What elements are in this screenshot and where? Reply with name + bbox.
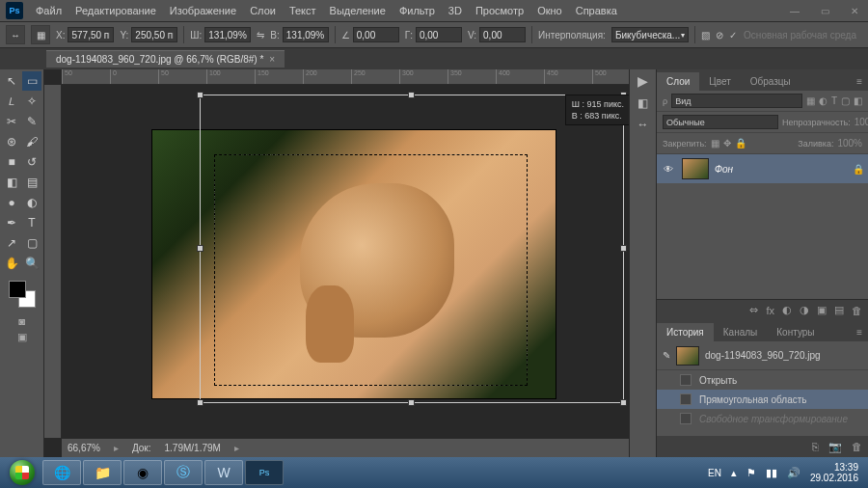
new-layer-icon[interactable]: ▤ (834, 304, 844, 316)
vskew-input[interactable] (479, 27, 526, 42)
menu-edit[interactable]: Редактирование (68, 5, 163, 16)
actions-play-icon[interactable]: ▶ (637, 73, 648, 89)
transform-handle-mr[interactable] (620, 245, 627, 252)
tab-paths[interactable]: Контуры (767, 323, 824, 341)
tool-hand[interactable]: ✋ (2, 254, 21, 273)
transform-handle-tl[interactable] (197, 92, 203, 98)
layer-group-icon[interactable]: ▣ (817, 304, 827, 316)
tray-flag-icon[interactable]: ⚑ (746, 467, 756, 479)
tab-color[interactable]: Цвет (699, 72, 740, 91)
tool-lasso[interactable]: 𝘓 (2, 92, 21, 111)
delete-layer-icon[interactable]: 🗑 (852, 305, 862, 316)
tool-eyedropper[interactable]: ✎ (22, 112, 41, 131)
status-menu-icon[interactable]: ▸ (234, 443, 239, 453)
tool-blur[interactable]: ● (2, 193, 21, 212)
menu-layers[interactable]: Слои (243, 5, 283, 16)
menu-file[interactable]: Файл (29, 5, 68, 16)
layer-fx-icon[interactable]: fx (766, 305, 774, 316)
window-restore-icon[interactable]: ▭ (821, 6, 829, 16)
transform-handle-tm[interactable] (408, 92, 415, 98)
warp-icon[interactable]: ▧ (701, 30, 710, 41)
h-input[interactable] (283, 27, 329, 42)
canvas[interactable]: Ш : 915 пикс. В : 683 пикс. (62, 85, 629, 438)
link-layers-icon[interactable]: ⇔ (749, 304, 758, 316)
filter-text-icon[interactable]: T (831, 95, 837, 106)
taskbar-word[interactable]: W (204, 460, 243, 485)
menu-help[interactable]: Справка (569, 5, 624, 16)
taskbar-skype[interactable]: Ⓢ (164, 460, 203, 485)
history-item[interactable]: Свободное трансформирование (657, 409, 868, 428)
lock-pixels-icon[interactable]: ▦ (711, 138, 719, 149)
selection-marquee[interactable] (214, 154, 528, 386)
link-wh-icon[interactable]: ⇋ (257, 30, 264, 41)
taskbar-photoshop[interactable]: Ps (245, 460, 284, 485)
tool-zoom[interactable]: 🔍 (22, 254, 41, 273)
window-close-icon[interactable]: ✕ (851, 6, 858, 16)
tray-volume-icon[interactable]: 🔊 (787, 467, 800, 479)
tool-pen[interactable]: ✒ (2, 213, 21, 232)
commit-transform-icon[interactable]: ✓ (729, 30, 737, 41)
color-swatches[interactable] (0, 281, 43, 308)
transform-tool-icon[interactable]: ↔ (6, 25, 25, 44)
w-input[interactable] (204, 27, 251, 42)
tool-shape[interactable]: ▢ (22, 233, 41, 253)
menu-image[interactable]: Изображение (163, 5, 243, 16)
tool-text[interactable]: T (22, 213, 41, 232)
tool-stamp[interactable]: ■ (2, 152, 21, 172)
workspace-label[interactable]: Основная рабочая среда (744, 30, 862, 41)
tray-up-icon[interactable]: ▴ (731, 467, 737, 479)
document-tab[interactable]: dog-1194083_960_720.jpg @ 66,7% (RGB/8#)… (46, 50, 285, 68)
history-item[interactable]: Прямоугольная область (657, 390, 868, 409)
filter-adjust-icon[interactable]: ◐ (819, 95, 827, 106)
menu-filter[interactable]: Фильтр (393, 5, 442, 16)
taskbar-ie[interactable]: 🌐 (42, 460, 81, 485)
tab-swatches[interactable]: Образцы (741, 72, 800, 91)
fill-value[interactable]: 100% (837, 138, 862, 149)
tool-heal[interactable]: ⊛ (2, 132, 21, 151)
cancel-transform-icon[interactable]: ⊘ (716, 30, 723, 41)
tool-brush[interactable]: 🖌 (22, 132, 41, 151)
adjustment-layer-icon[interactable]: ◑ (800, 304, 809, 316)
tab-history[interactable]: История (657, 323, 714, 341)
taskbar-chrome[interactable]: ◉ (123, 460, 162, 485)
menu-window[interactable]: Окно (530, 5, 569, 16)
panel-strip-icon-2[interactable]: ↔ (637, 118, 649, 131)
blend-mode-dropdown[interactable] (663, 115, 778, 129)
layer-visibility-icon[interactable]: 👁 (661, 164, 676, 175)
interpolation-dropdown[interactable]: Бикубическа... (611, 27, 689, 42)
hskew-input[interactable] (416, 27, 462, 42)
x-input[interactable] (68, 27, 114, 42)
y-input[interactable] (131, 27, 177, 42)
lock-position-icon[interactable]: ✥ (723, 138, 731, 149)
transform-handle-ml[interactable] (197, 245, 203, 252)
vertical-ruler[interactable] (44, 85, 62, 438)
window-minimize-icon[interactable]: — (790, 6, 800, 16)
quickmask-icon[interactable]: ◙ (18, 315, 25, 327)
tool-gradient[interactable]: ▤ (22, 173, 41, 192)
history-new-doc-icon[interactable]: ⎘ (812, 441, 819, 452)
menu-view[interactable]: Просмотр (469, 5, 530, 16)
layer-row[interactable]: 👁 Фон 🔒 (657, 154, 868, 183)
tool-eraser[interactable]: ◧ (2, 173, 21, 192)
transform-handle-bm[interactable] (408, 399, 415, 406)
tool-dodge[interactable]: ◐ (22, 193, 41, 212)
tool-magic-wand[interactable]: ✧ (22, 92, 41, 111)
filter-pixel-icon[interactable]: ▦ (806, 95, 815, 106)
layers-panel-menu-icon[interactable]: ≡ (851, 72, 868, 91)
history-brush-source-icon[interactable]: ✎ (663, 350, 670, 361)
history-snapshot-icon[interactable]: 📷 (828, 441, 842, 453)
menu-3d[interactable]: 3D (442, 5, 469, 16)
zoom-arrow-icon[interactable]: ▸ (114, 443, 119, 453)
tray-lang[interactable]: EN (708, 468, 721, 478)
lock-all-icon[interactable]: 🔒 (735, 138, 746, 149)
layer-name[interactable]: Фон (715, 164, 853, 175)
horizontal-ruler[interactable]: 5005010015020025030035040045050055060065… (62, 69, 629, 85)
layer-filter-dropdown[interactable] (671, 94, 802, 108)
reference-point-icon[interactable]: ▦ (31, 25, 50, 44)
panel-strip-icon-1[interactable]: ◧ (637, 96, 648, 110)
tray-clock[interactable]: 13:39 29.02.2016 (810, 462, 858, 483)
opacity-value[interactable]: 100% (854, 117, 868, 127)
tool-move[interactable]: ↖ (2, 71, 21, 91)
angle-input[interactable] (353, 27, 399, 42)
tool-path[interactable]: ↗ (2, 233, 21, 253)
